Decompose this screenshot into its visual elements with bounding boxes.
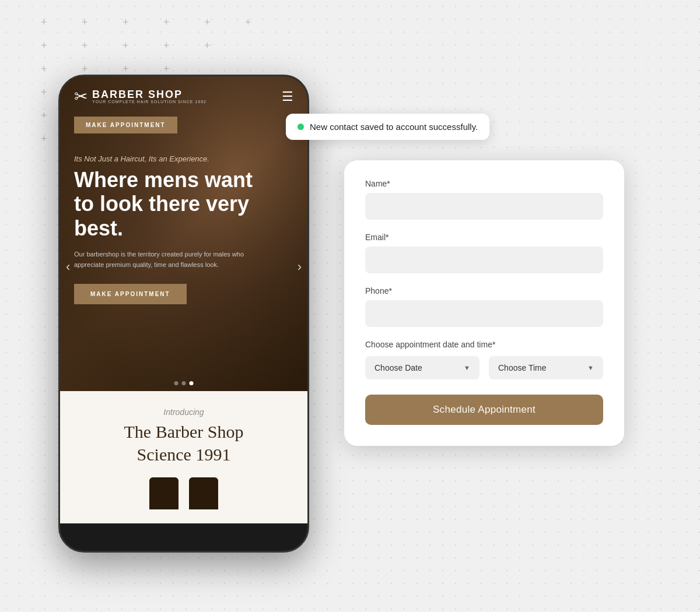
chevron-down-icon-2: ▼ bbox=[587, 364, 594, 371]
phone-screen: ✂ BARBER SHOP YOUR COMPLETE HAIR SOLUTIO… bbox=[60, 76, 307, 551]
toast-message: New contact saved to account successfull… bbox=[310, 122, 478, 132]
carousel-dot-1[interactable] bbox=[174, 381, 178, 385]
carousel-indicators bbox=[174, 381, 194, 385]
datetime-row: Choose Date ▼ Choose Time ▼ bbox=[365, 356, 603, 379]
phone-bottom-section: Introducing The Barber ShopScience 1991 bbox=[60, 391, 307, 523]
decorative-figure bbox=[74, 477, 293, 509]
chevron-down-icon: ▼ bbox=[464, 364, 470, 371]
scissors-icon: ✂ bbox=[74, 87, 88, 106]
boot-left bbox=[149, 477, 178, 509]
datetime-label: Choose appointment date and time* bbox=[365, 340, 603, 349]
hero-appointment-button[interactable]: MAKE APPOINTMENT bbox=[74, 284, 187, 304]
name-field-group: Name* bbox=[365, 179, 603, 220]
hero-subtitle: Its Not Just a Haircut, Its an Experienc… bbox=[74, 154, 293, 163]
hero-section: ✂ BARBER SHOP YOUR COMPLETE HAIR SOLUTIO… bbox=[60, 76, 307, 391]
shop-title: The Barber ShopScience 1991 bbox=[74, 420, 293, 466]
name-label: Name* bbox=[365, 179, 603, 188]
success-indicator bbox=[298, 124, 304, 130]
carousel-dot-2[interactable] bbox=[182, 381, 186, 385]
brand-logo: ✂ BARBER SHOP YOUR COMPLETE HAIR SOLUTIO… bbox=[74, 87, 206, 106]
appointment-form-panel: Name* Email* Phone* Choose appointment d… bbox=[344, 160, 624, 446]
notification-toast: New contact saved to account successfull… bbox=[286, 114, 489, 140]
carousel-right-arrow[interactable]: › bbox=[298, 259, 302, 275]
hamburger-menu[interactable]: ☰ bbox=[282, 89, 293, 104]
brand-tagline: YOUR COMPLETE HAIR SOLUTION SINCE 1992 bbox=[92, 100, 206, 104]
choose-time-button[interactable]: Choose Time ▼ bbox=[489, 356, 603, 379]
email-input[interactable] bbox=[365, 247, 603, 273]
choose-date-label: Choose Date bbox=[374, 363, 422, 372]
boot-right bbox=[189, 477, 218, 509]
phone-field-group: Phone* bbox=[365, 286, 603, 327]
choose-date-button[interactable]: Choose Date ▼ bbox=[365, 356, 480, 379]
carousel-dot-3[interactable] bbox=[190, 381, 194, 385]
name-input[interactable] bbox=[365, 193, 603, 220]
phone-label: Phone* bbox=[365, 286, 603, 296]
datetime-section: Choose appointment date and time* Choose… bbox=[365, 340, 603, 379]
hero-content: Its Not Just a Haircut, Its an Experienc… bbox=[60, 143, 307, 391]
brand-text: BARBER SHOP YOUR COMPLETE HAIR SOLUTION … bbox=[92, 89, 206, 104]
email-field-group: Email* bbox=[365, 233, 603, 273]
hero-title: Where mens want to look there very best. bbox=[74, 168, 293, 240]
nav-appointment-button[interactable]: MAKE APPOINTMENT bbox=[74, 117, 177, 133]
introducing-label: Introducing bbox=[74, 407, 293, 417]
carousel-left-arrow[interactable]: ‹ bbox=[66, 259, 70, 275]
schedule-appointment-button[interactable]: Schedule Appointment bbox=[365, 395, 603, 425]
phone-navbar: ✂ BARBER SHOP YOUR COMPLETE HAIR SOLUTIO… bbox=[60, 76, 307, 113]
phone-input[interactable] bbox=[365, 300, 603, 327]
brand-name: BARBER SHOP bbox=[92, 89, 206, 100]
phone-mockup: ✂ BARBER SHOP YOUR COMPLETE HAIR SOLUTIO… bbox=[58, 75, 309, 553]
email-label: Email* bbox=[365, 233, 603, 242]
hero-description: Our barbershop is the territory created … bbox=[74, 249, 249, 270]
choose-time-label: Choose Time bbox=[498, 363, 546, 372]
